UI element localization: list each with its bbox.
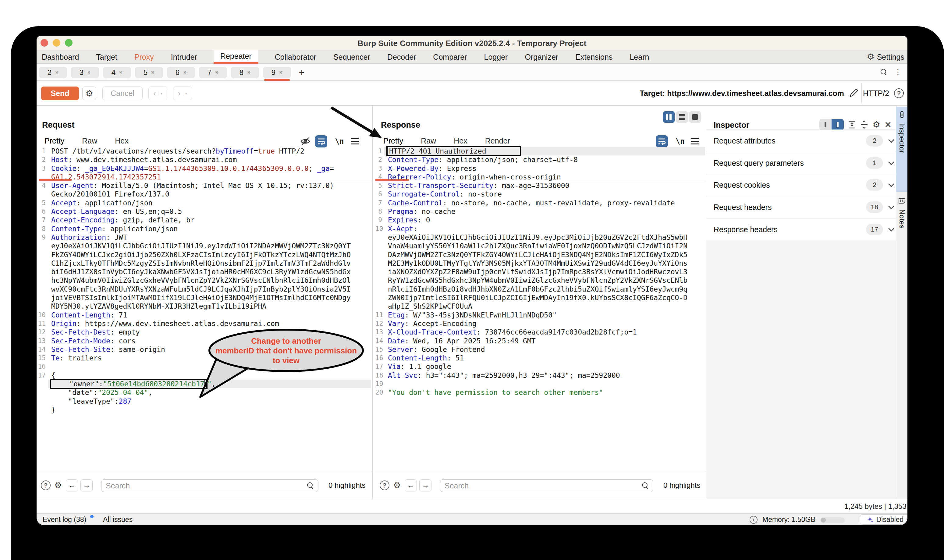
main-tab-intruder[interactable]: Intruder — [170, 50, 198, 64]
inspector-section-request-headers[interactable]: Request headers18 — [706, 196, 896, 218]
chevron-down-icon[interactable] — [888, 181, 894, 188]
all-issues-button[interactable]: All issues — [103, 515, 132, 524]
code-line[interactable]: 19 — [375, 380, 706, 388]
code-line[interactable]: "date":"2025-04-04", — [37, 388, 372, 397]
add-tab-button[interactable]: + — [295, 67, 308, 78]
code-line[interactable]: 17Via: 1.1 google — [375, 362, 706, 371]
newline-toggle-icon[interactable]: \n — [673, 135, 687, 148]
repeater-tab-8[interactable]: 8× — [231, 67, 259, 78]
code-line[interactable]: 8Pragma: no-cache — [375, 207, 706, 216]
code-line[interactable]: M2E3My1kODU0LTMyYTgtYWY3MS05MjkxYTA3OTM4… — [375, 259, 706, 268]
help-icon[interactable]: ? — [380, 480, 389, 490]
code-line[interactable]: GA1.2.543072914.1742357251 — [37, 173, 372, 181]
inspector-settings-icon[interactable]: ⚙ — [872, 120, 880, 129]
chevron-down-icon[interactable] — [888, 137, 894, 143]
close-inspector-icon[interactable]: ✕ — [885, 120, 892, 130]
code-line[interactable]: 2Host: www.dev.timesheet.atlas.devsamura… — [37, 155, 372, 164]
close-tab-icon[interactable]: × — [183, 69, 186, 76]
code-line[interactable]: 7Cache-Control: no-store, no-cache, must… — [375, 198, 706, 207]
code-line[interactable]: "owner":"5f06e14bd6803200214cb17", — [37, 380, 372, 388]
repeater-tab-3[interactable]: 3× — [71, 67, 99, 78]
previous-match-button[interactable]: ← — [66, 479, 78, 491]
main-tab-sequencer[interactable]: Sequencer — [333, 50, 371, 64]
inspector-section-request-query-parameters[interactable]: Request query parameters1 — [706, 152, 896, 174]
repeater-tab-5[interactable]: 5× — [135, 67, 163, 78]
help-icon[interactable]: ? — [894, 88, 904, 98]
close-tab-icon[interactable]: × — [215, 69, 218, 76]
code-line[interactable]: 3X-Powered-By: Express — [375, 164, 706, 173]
side-tab-inspector[interactable]: Inspector — [896, 107, 907, 192]
code-line[interactable]: wvXC90cmFtc3RnMDUuYXRsYXNzaWFuLm5ldCJ9LC… — [37, 285, 372, 294]
code-line[interactable]: 9Expires: 0 — [375, 216, 706, 224]
hide-nonprintable-icon[interactable] — [299, 135, 311, 148]
rows-layout-button[interactable] — [676, 111, 688, 123]
code-line[interactable]: hc3NpYW4ubmV0IiwiZGlzcGxheVVybFNlcnZpY2V… — [37, 276, 372, 285]
code-line[interactable]: 2Content-Type: application/json; charset… — [375, 155, 706, 164]
collapse-all-icon[interactable] — [860, 120, 868, 129]
side-tab-notes[interactable]: Notes — [896, 193, 907, 263]
edit-target-pencil-icon[interactable] — [848, 88, 859, 98]
request-tab-hex[interactable]: Hex — [115, 137, 128, 148]
main-tab-dashboard[interactable]: Dashboard — [41, 50, 80, 64]
next-response-button[interactable]: ›▾ — [173, 86, 192, 100]
code-line[interactable]: aHp1Z_ShS2KP1wCFOUuA — [375, 302, 706, 311]
search-settings-icon[interactable]: ⚙ — [54, 481, 62, 489]
chevron-down-icon[interactable] — [888, 225, 894, 232]
code-line[interactable]: 5Accept: application/json — [37, 198, 372, 207]
main-tab-extensions[interactable]: Extensions — [575, 50, 613, 64]
expand-all-icon[interactable] — [848, 120, 856, 129]
previous-response-button[interactable]: ‹▾ — [148, 86, 167, 100]
code-line[interactable]: iaXNOZXdOYXZpZ2F0aW9uIjp0cnVlfSwidXJsIjp… — [375, 268, 706, 276]
send-button[interactable]: Send — [41, 86, 79, 100]
code-line[interactable]: 17{ — [37, 371, 372, 380]
inspector-section-response-headers[interactable]: Response headers17 — [706, 218, 896, 240]
code-line[interactable]: eyJ0eXAiOiJKV1QiLCJhbGciOiJIUzI1NiJ9.eyJ… — [37, 242, 372, 250]
repeater-tab-7[interactable]: 7× — [199, 67, 227, 78]
main-tab-proxy[interactable]: Proxy — [134, 50, 154, 64]
main-tab-collaborator[interactable]: Collaborator — [274, 50, 317, 64]
main-tab-organizer[interactable]: Organizer — [524, 50, 559, 64]
chevron-down-icon[interactable] — [888, 159, 894, 165]
response-editor[interactable]: 1HTTP/2 401 Unauthorized2Content-Type: a… — [375, 147, 706, 397]
code-line[interactable]: 5Strict-Transport-Security: max-age=3153… — [375, 181, 706, 190]
main-tab-comparer[interactable]: Comparer — [432, 50, 467, 64]
code-line[interactable]: 10X-Acpt: — [375, 225, 706, 233]
code-line[interactable]: 12Sec-Fetch-Dest: empty — [37, 328, 372, 336]
repeater-tab-4[interactable]: 4× — [103, 67, 131, 78]
code-line[interactable]: 7Accept-Encoding: gzip, deflate, br — [37, 216, 372, 224]
code-line[interactable]: 4Referrer-Policy: origin-when-cross-orig… — [375, 173, 706, 181]
code-line[interactable]: 6Accept-Language: en-US,en;q=0.5 — [37, 207, 372, 216]
code-line[interactable]: 10Content-Length: 71 — [37, 311, 372, 319]
burp-ai-button[interactable]: Disabled — [860, 514, 907, 525]
word-wrap-toggle-icon[interactable] — [656, 135, 668, 148]
response-search-input[interactable]: Search — [440, 479, 653, 492]
code-line[interactable]: 11Etag: W/"33-45sj3NDsNkElFwnHLJl1nNDqD5… — [375, 311, 706, 319]
code-line[interactable]: 4User-Agent: Mozilla/5.0 (Macintosh; Int… — [37, 181, 372, 190]
main-tab-target[interactable]: Target — [95, 50, 118, 64]
code-line[interactable]: biI6dHJ1ZX0sInVybCI6eyJkaXNwbGF5VXJsIjoi… — [37, 268, 372, 276]
main-tab-logger[interactable]: Logger — [484, 50, 509, 64]
code-line[interactable]: } — [37, 406, 372, 414]
divider[interactable] — [372, 106, 373, 499]
code-line[interactable]: 9Authorization: JWT — [37, 233, 372, 242]
code-line[interactable]: 11Origin: https://www.dev.timesheet.atla… — [37, 319, 372, 328]
request-tab-raw[interactable]: Raw — [82, 137, 97, 148]
close-tab-icon[interactable]: × — [87, 69, 91, 76]
settings-button[interactable]: ⚙ Settings — [867, 50, 904, 64]
close-tab-icon[interactable]: × — [151, 69, 154, 76]
inspector-dock-right-button[interactable] — [832, 119, 844, 130]
close-tab-icon[interactable]: × — [55, 69, 58, 76]
code-line[interactable]: 1POST /tbt/v1/vacations/requests/search?… — [37, 147, 372, 155]
code-line[interactable]: 3Cookie: _ga_E0E4KJJJW4=GS1.1.1744365309… — [37, 164, 372, 173]
code-line[interactable]: C1hZjcxLTkyOTFhMDc5MzgyZSIsImNvbnRleHQiO… — [37, 259, 372, 268]
code-line[interactable]: RyYW1zdGcwNS5hdGxhc3NpYW4ubmV0IiwiZGlzcG… — [375, 276, 706, 285]
request-tab-pretty[interactable]: Pretty — [45, 137, 64, 148]
code-line[interactable]: nRlciI6Imh0dHBzOi8vdHJhbXN0ZzA1LmF0bGFzc… — [375, 285, 706, 294]
inspector-section-request-cookies[interactable]: Request cookies2 — [706, 174, 896, 196]
help-icon[interactable]: ? — [41, 480, 51, 490]
code-line[interactable]: ZWN0Ijp7ImtleSI6IlRFQU0iLCJpZCI6IjEwMDAy… — [375, 294, 706, 302]
send-settings-button[interactable]: ⚙ — [82, 86, 96, 100]
close-tab-icon[interactable]: × — [119, 69, 123, 76]
word-wrap-toggle-icon[interactable] — [315, 135, 327, 148]
more-options-icon[interactable]: ⋮ — [894, 67, 902, 77]
